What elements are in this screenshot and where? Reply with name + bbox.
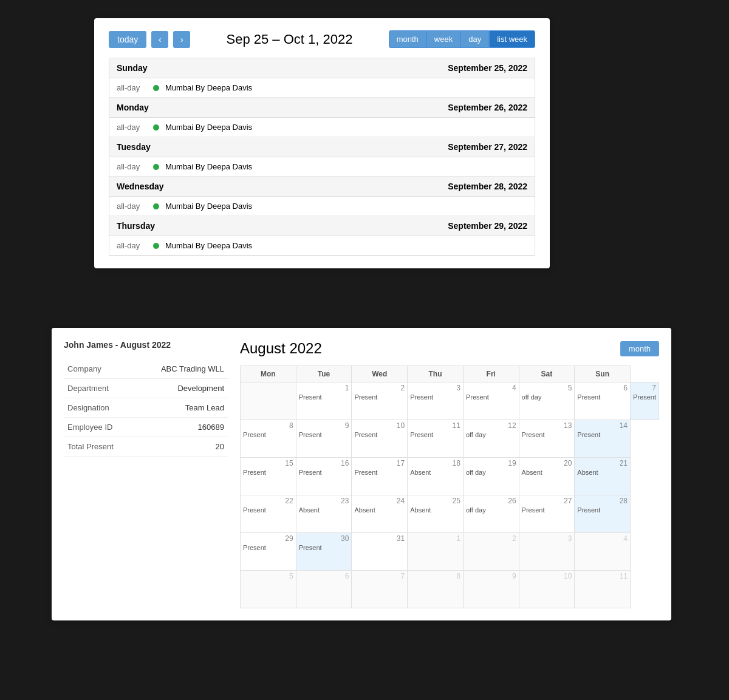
calendar-cell[interactable]: 1Present — [296, 382, 352, 420]
calendar-cell[interactable] — [241, 382, 296, 420]
calendar-cell[interactable]: 7Present — [631, 382, 659, 420]
cell-date-number: 7 — [354, 572, 405, 580]
calendar-cell[interactable]: 28Present — [575, 495, 631, 533]
list-week-view-button[interactable]: list week — [489, 30, 535, 48]
cell-date-number: 12 — [466, 421, 516, 430]
calendar-cell[interactable]: 3Present — [408, 382, 464, 420]
cell-date-number: 10 — [522, 572, 572, 580]
calendar-cell[interactable]: 17Present — [352, 458, 408, 495]
cell-status-label: Absent — [522, 469, 572, 476]
event-title: Mumbai By Deepa Davis — [165, 83, 252, 92]
cell-status-label: Present — [410, 431, 460, 438]
calendar-cell[interactable]: 10 — [519, 571, 575, 608]
calendar-cell[interactable]: 24Absent — [352, 495, 408, 533]
cell-date-number: 21 — [577, 459, 628, 467]
calendar-cell[interactable]: 9 — [463, 571, 519, 608]
day-name-monday: Monday — [117, 103, 149, 112]
calendar-cell[interactable]: 8 — [408, 571, 464, 608]
calendar-cell[interactable]: 5off day — [519, 382, 575, 420]
calendar-cell[interactable]: 21Absent — [575, 458, 631, 495]
calendar-cell[interactable]: 16Present — [296, 458, 352, 495]
cell-date-number: 19 — [466, 459, 516, 467]
calendar-cell[interactable]: 31 — [352, 533, 408, 571]
calendar-cell[interactable]: 12off day — [463, 420, 519, 458]
cell-status-label: Present — [299, 544, 349, 551]
calendar-week-row: 1Present2Present3Present4Present5off day… — [241, 382, 659, 420]
calendar-cell[interactable]: 30Present — [296, 533, 352, 571]
cell-date-number: 26 — [466, 497, 516, 505]
calendar-cell[interactable]: 4Present — [463, 382, 519, 420]
day-date-tuesday: September 27, 2022 — [448, 142, 527, 152]
cell-date-number: 15 — [243, 459, 293, 467]
cell-date-number: 28 — [577, 497, 628, 505]
cell-status-label: Present — [299, 431, 349, 438]
calendar-cell[interactable]: 5 — [241, 571, 296, 608]
cell-date-number: 2 — [466, 534, 516, 543]
cell-date-number: 6 — [299, 572, 349, 580]
calendar-cell[interactable]: 20Absent — [519, 458, 575, 495]
calendar-cell[interactable]: 23Absent — [296, 495, 352, 533]
next-button[interactable]: › — [173, 31, 190, 48]
month-header: August 2022 month — [240, 340, 659, 357]
event-row: all-day Mumbai By Deepa Davis — [109, 78, 535, 98]
calendar-cell[interactable]: 13Present — [519, 420, 575, 458]
day-view-button[interactable]: day — [460, 30, 489, 48]
calendar-cell[interactable]: 3 — [519, 533, 575, 571]
cell-date-number: 9 — [466, 572, 516, 580]
cell-date-number: 29 — [243, 534, 293, 543]
calendar-cell[interactable]: 7 — [352, 571, 408, 608]
cell-date-number: 10 — [354, 421, 405, 430]
calendar-cell[interactable]: 4 — [575, 533, 631, 571]
cell-status-label: Present — [577, 506, 628, 514]
calendar-cell[interactable]: 19off day — [463, 458, 519, 495]
cell-status-label: Present — [299, 469, 349, 476]
calendar-week-row: 29Present30Present311234 — [241, 533, 659, 571]
cell-date-number: 20 — [522, 459, 572, 467]
table-row: Total Present 20 — [64, 437, 228, 457]
calendar-cell[interactable]: 29Present — [241, 533, 296, 571]
table-row: Company ABC Trading WLL — [64, 359, 228, 379]
cell-status-label: Absent — [410, 469, 460, 476]
field-value-company: ABC Trading WLL — [134, 359, 228, 379]
calendar-cell[interactable]: 11Present — [408, 420, 464, 458]
calendar-cell[interactable]: 18Absent — [408, 458, 464, 495]
calendar-cell[interactable]: 25Absent — [408, 495, 464, 533]
calendar-cell[interactable]: 1 — [408, 533, 464, 571]
calendar-cell[interactable]: 2 — [463, 533, 519, 571]
day-header-wednesday: Wednesday September 28, 2022 — [109, 177, 535, 197]
calendar-cell[interactable]: 27Present — [519, 495, 575, 533]
week-view-button[interactable]: week — [426, 30, 460, 48]
event-title: Mumbai By Deepa Davis — [165, 123, 252, 132]
field-value-designation: Team Lead — [134, 398, 228, 418]
day-header-tuesday: Tuesday September 27, 2022 — [109, 137, 535, 157]
day-date-wednesday: September 28, 2022 — [448, 182, 527, 191]
calendar-cell[interactable]: 26off day — [463, 495, 519, 533]
calendar-cell[interactable]: 6Present — [575, 382, 631, 420]
calendar-cell[interactable]: 11 — [575, 571, 631, 608]
calendar-cell[interactable]: 2Present — [352, 382, 408, 420]
month-title: August 2022 — [240, 340, 322, 357]
cell-status-label: Absent — [299, 506, 349, 514]
prev-button[interactable]: ‹ — [151, 31, 168, 48]
calendar-cell[interactable]: 6 — [296, 571, 352, 608]
weekday-fri: Fri — [463, 366, 519, 382]
event-dot-icon — [153, 243, 159, 249]
cell-date-number: 5 — [522, 384, 572, 392]
calendar-cell[interactable]: 22Present — [241, 495, 296, 533]
cell-date-number: 11 — [410, 421, 460, 430]
calendar-cell[interactable]: 8Present — [241, 420, 296, 458]
cell-date-number: 1 — [410, 534, 460, 543]
month-view-button[interactable]: month — [389, 30, 426, 48]
cell-date-number: 11 — [577, 572, 628, 580]
calendar-cell[interactable]: 14Present — [575, 420, 631, 458]
calendar-cell[interactable]: 9Present — [296, 420, 352, 458]
weekday-tue: Tue — [296, 366, 352, 382]
calendar-cell[interactable]: 15Present — [241, 458, 296, 495]
weekday-mon: Mon — [241, 366, 296, 382]
month-view-button[interactable]: month — [620, 341, 659, 356]
calendar-cell[interactable]: 10Present — [352, 420, 408, 458]
today-button[interactable]: today — [109, 31, 146, 48]
monthly-calendar-grid: Mon Tue Wed Thu Fri Sat Sun 1Present2Pre… — [240, 365, 659, 608]
calendar-week-row: 22Present23Absent24Absent25Absent26off d… — [241, 495, 659, 533]
table-row: Department Development — [64, 379, 228, 398]
